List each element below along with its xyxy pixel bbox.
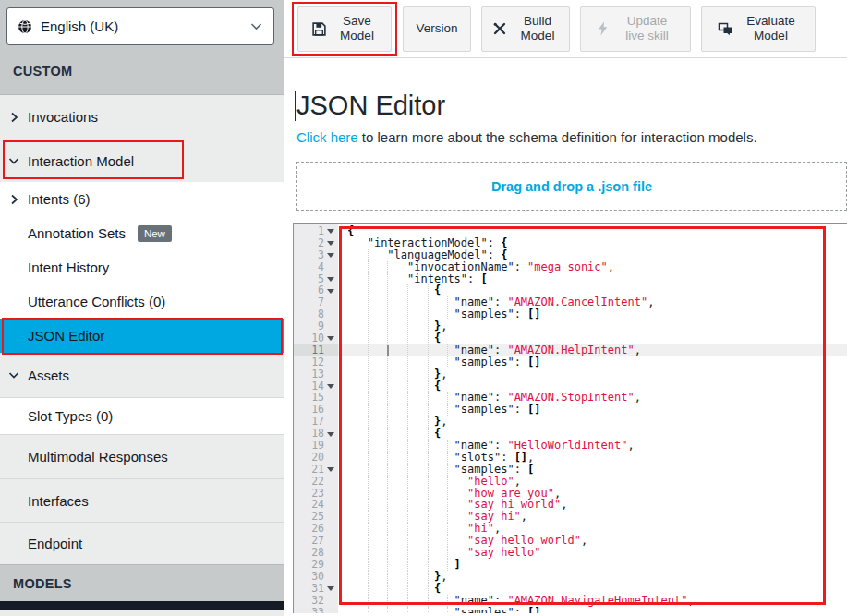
build-icon	[492, 21, 507, 36]
sidebar-item-intent-history[interactable]: Intent History	[0, 250, 284, 284]
sidebar: English (UK) CUSTOM Invocations Interact…	[0, 0, 284, 616]
gutter-line[interactable]: 11	[294, 344, 338, 356]
chat-icon	[718, 21, 733, 36]
sidebar-item-utterance-conflicts[interactable]: Utterance Conflicts (0)	[0, 284, 284, 319]
json-editor-page: JSON Editor Click here to learn more abo…	[284, 58, 847, 616]
chevron-right-icon	[0, 194, 28, 205]
evaluate-model-button[interactable]: Evaluate Model	[701, 6, 816, 52]
sidebar-item-annotation-sets[interactable]: Annotation Sets New	[0, 216, 284, 250]
gutter-line[interactable]: 12	[294, 356, 338, 368]
gutter-line[interactable]: 28	[294, 547, 338, 559]
sidebar-item-multimodal-responses[interactable]: Multimodal Responses	[0, 434, 284, 478]
sidebar-item-slot-types[interactable]: Slot Types (0)	[0, 397, 284, 434]
code-line[interactable]: "slots": [],	[338, 452, 847, 464]
sidebar-item-json-editor[interactable]: JSON Editor	[0, 319, 284, 353]
editor-code[interactable]: { "interactionModel": { "languageModel":…	[338, 224, 847, 613]
gutter-line[interactable]: 4	[294, 261, 338, 273]
sidebar-item-invocations[interactable]: Invocations	[0, 95, 284, 139]
sidebar-item-assets[interactable]: Assets	[0, 353, 284, 397]
save-model-button[interactable]: Save Model	[297, 6, 392, 52]
gutter-line[interactable]: 30	[294, 571, 338, 583]
custom-section-header: CUSTOM	[0, 45, 284, 94]
lightning-icon	[596, 21, 610, 36]
editor-gutter[interactable]: 1234567891011121314151617181920212223242…	[294, 224, 338, 613]
sidebar-top-section: English (UK) CUSTOM	[0, 0, 284, 95]
gutter-line[interactable]: 5	[294, 273, 338, 285]
code-line[interactable]: "samples": [	[338, 464, 847, 476]
text-caret	[295, 91, 296, 121]
dropzone-label: Drag and drop a .json file	[491, 179, 652, 194]
editor-cursor	[387, 345, 389, 356]
gutter-line[interactable]: 13	[294, 368, 338, 380]
click-here-link[interactable]: Click here	[296, 129, 358, 145]
gutter-line[interactable]: 3	[294, 249, 338, 261]
app-window: English (UK) CUSTOM Invocations Interact…	[0, 0, 847, 616]
code-line[interactable]: "samples": []	[338, 607, 847, 614]
gutter-line[interactable]: 1	[294, 225, 338, 237]
gutter-line[interactable]: 7	[294, 296, 338, 308]
gutter-line[interactable]: 19	[294, 440, 338, 452]
language-selector[interactable]: English (UK)	[6, 7, 274, 45]
code-line[interactable]: },	[338, 571, 847, 583]
code-line[interactable]: "name": "HelloWorldIntent",	[338, 440, 847, 452]
json-dropzone[interactable]: Drag and drop a .json file	[296, 162, 847, 211]
gutter-line[interactable]: 8	[294, 308, 338, 320]
gutter-line[interactable]: 2	[294, 237, 338, 249]
gutter-line[interactable]: 33	[294, 607, 338, 614]
sidebar-item-interaction-model[interactable]: Interaction Model	[0, 139, 284, 182]
update-live-skill-button[interactable]: Update live skill	[580, 6, 691, 52]
sidebar-item-interfaces[interactable]: Interfaces	[0, 478, 284, 522]
gutter-line[interactable]: 20	[294, 452, 338, 464]
sidebar-bottom-strip	[0, 601, 284, 610]
code-line[interactable]: "name": "AMAZON.NavigateHomeIntent",	[338, 595, 847, 607]
globe-icon	[18, 19, 32, 34]
gutter-line[interactable]: 6	[294, 284, 338, 296]
sidebar-nav: Invocations Interaction Model Intents (6…	[0, 95, 284, 564]
chevron-right-icon	[0, 112, 28, 123]
gutter-line[interactable]: 31	[294, 583, 338, 595]
build-model-button[interactable]: Build Model	[481, 6, 570, 52]
main-content: Save Model Version Build Model Update li…	[284, 0, 847, 616]
models-section-header: MODELS	[0, 564, 284, 601]
new-badge: New	[138, 225, 172, 242]
sidebar-item-intents[interactable]: Intents (6)	[0, 182, 284, 216]
annotation-box-save-model: Save Model	[292, 2, 397, 56]
code-line[interactable]: "hello",	[338, 476, 847, 488]
gutter-line[interactable]: 10	[294, 332, 338, 344]
code-line[interactable]: "name": "AMAZON.HelpIntent",	[338, 344, 847, 356]
gutter-line[interactable]: 29	[294, 559, 338, 571]
schema-help-text: Click here to learn more about the schem…	[296, 129, 847, 145]
gutter-line[interactable]: 21	[294, 464, 338, 476]
save-icon	[311, 21, 327, 37]
toolbar: Save Model Version Build Model Update li…	[284, 0, 847, 58]
chevron-down-icon	[250, 22, 262, 30]
language-selector-value: English (UK)	[41, 18, 250, 34]
gutter-line[interactable]: 32	[294, 595, 338, 607]
code-line[interactable]: ]	[338, 559, 847, 571]
page-title: JSON Editor	[296, 91, 445, 121]
version-button[interactable]: Version	[403, 6, 471, 52]
chevron-down-icon	[0, 157, 28, 165]
code-editor[interactable]: 1234567891011121314151617181920212223242…	[293, 223, 847, 613]
code-line[interactable]: "say hello"	[338, 547, 847, 559]
code-line[interactable]: "samples": []	[338, 356, 847, 368]
chevron-down-icon	[0, 371, 28, 380]
code-line[interactable]: },	[338, 368, 847, 380]
gutter-line[interactable]: 22	[294, 476, 338, 488]
sidebar-item-endpoint[interactable]: Endpoint	[0, 522, 284, 564]
